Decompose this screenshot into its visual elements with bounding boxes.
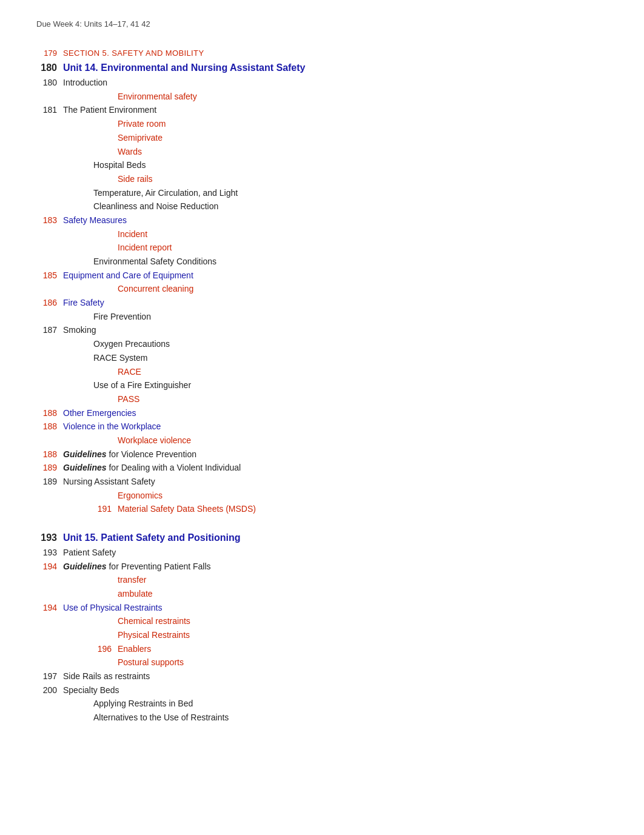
unit-15-page: 193 xyxy=(36,531,63,546)
wards-row: Wards xyxy=(36,146,608,159)
patient-safety-entry: Patient Safety xyxy=(63,546,116,560)
oxygen-row: Oxygen Precautions xyxy=(36,338,608,351)
section-page-num: 179 xyxy=(36,47,63,59)
fire-safety-entry: Fire Safety xyxy=(63,297,104,310)
environmental-safety-entry: Environmental safety xyxy=(118,90,197,104)
toc-section-14: 179 SECTION 5. SAFETY AND MOBILITY 180 U… xyxy=(36,47,608,516)
siderails-rest-entry: Side Rails as restraints xyxy=(63,670,150,683)
private-room-row: Private room xyxy=(36,118,608,131)
guidelines-violence-prev-row: 188 Guidelines for Violence Prevention xyxy=(36,448,608,461)
workplace-violence-entry: Workplace violence xyxy=(118,434,191,448)
gl-vp-entry: Guidelines for Violence Prevention xyxy=(63,448,196,461)
incident-report-row: Incident report xyxy=(36,241,608,255)
phys-rest2-entry: Physical Restraints xyxy=(118,629,190,642)
section-label: SECTION 5. SAFETY AND MOBILITY xyxy=(63,47,204,59)
side-rails-restraints-row: 197 Side Rails as restraints xyxy=(36,670,608,683)
fire-extinguisher-row: Use of a Fire Extinguisher xyxy=(36,379,608,392)
unit-14-title-row: 180 Unit 14. Environmental and Nursing A… xyxy=(36,61,608,76)
phys-rest-entry: Use of Physical Restraints xyxy=(63,602,162,615)
msds-entry: Material Safety Data Sheets (MSDS) xyxy=(118,503,256,516)
fire-prevention-row: Fire Prevention xyxy=(36,310,608,324)
safety-measures-entry: Safety Measures xyxy=(63,214,127,227)
unit-15-title: Unit 15. Patient Safety and Positioning xyxy=(63,531,240,546)
fire-ext-entry: Use of a Fire Extinguisher xyxy=(93,379,191,392)
cleanliness-row: Cleanliness and Noise Reduction xyxy=(36,200,608,213)
section-header-row: 179 SECTION 5. SAFETY AND MOBILITY xyxy=(36,47,608,59)
smoking-page: 187 xyxy=(36,324,63,337)
gl-falls-entry: Guidelines for Preventing Patient Falls xyxy=(63,560,211,574)
ambulate-entry: ambulate xyxy=(118,588,153,601)
ambulate-row: ambulate xyxy=(36,588,608,601)
equipment-entry: Equipment and Care of Equipment xyxy=(63,269,193,283)
introduction-entry: Introduction xyxy=(63,76,107,90)
alternatives-restraints-row: Alternatives to the Use of Restraints xyxy=(36,711,608,725)
equipment-row: 185 Equipment and Care of Equipment xyxy=(36,269,608,283)
physical-restraints-row: 194 Use of Physical Restraints xyxy=(36,602,608,615)
gl-vp-page: 188 xyxy=(36,448,63,461)
semiprivate-entry: Semiprivate xyxy=(118,132,163,145)
concurrent-entry: Concurrent cleaning xyxy=(118,283,193,296)
msds-row: 191 Material Safety Data Sheets (MSDS) xyxy=(36,503,608,516)
guidelines-violent-indiv-row: 189 Guidelines for Dealing with a Violen… xyxy=(36,461,608,475)
enablers-row: 196 Enablers xyxy=(36,643,608,656)
postural-row: Postural supports xyxy=(36,656,608,669)
ergonomics-entry: Ergonomics xyxy=(118,489,163,503)
private-room-entry: Private room xyxy=(118,118,166,131)
fire-safety-page: 186 xyxy=(36,297,63,310)
guidelines-falls-row: 194 Guidelines for Preventing Patient Fa… xyxy=(36,560,608,574)
ergonomics-row: Ergonomics xyxy=(36,489,608,503)
side-rails-row: Side rails xyxy=(36,173,608,186)
smoking-entry: Smoking xyxy=(63,324,96,337)
applying-restraints-row: Applying Restraints in Bed xyxy=(36,697,608,711)
toc-section-15: 193 Unit 15. Patient Safety and Position… xyxy=(36,531,608,725)
chem-rest-entry: Chemical restraints xyxy=(118,615,190,628)
postural-entry: Postural supports xyxy=(118,656,184,669)
smoking-row: 187 Smoking xyxy=(36,324,608,337)
na-safety-entry: Nursing Assistant Safety xyxy=(63,475,155,489)
env-safety-conditions-row: Environmental Safety Conditions xyxy=(36,255,608,269)
gl-vi-entry: Guidelines for Dealing with a Violent In… xyxy=(63,461,241,475)
specialty-beds-entry: Specialty Beds xyxy=(63,684,119,697)
wards-entry: Wards xyxy=(118,146,142,159)
oxygen-entry: Oxygen Precautions xyxy=(93,338,170,351)
other-emerg-entry: Other Emergencies xyxy=(63,407,136,420)
gl-falls-page: 194 xyxy=(36,560,63,574)
patient-env-page: 181 xyxy=(36,104,63,117)
alt-rest-entry: Alternatives to the Use of Restraints xyxy=(93,711,229,725)
safety-measures-row: 183 Safety Measures xyxy=(36,214,608,227)
race-entry: RACE xyxy=(118,366,141,379)
environmental-safety-row: Environmental safety xyxy=(36,90,608,104)
env-safety-conditions-entry: Environmental Safety Conditions xyxy=(93,255,216,269)
pass-entry: PASS xyxy=(118,393,139,406)
introduction-row: 180 Introduction xyxy=(36,76,608,90)
safety-measures-page: 183 xyxy=(36,214,63,227)
violence-wp-entry: Violence in the Workplace xyxy=(63,420,161,434)
violence-workplace-row: 188 Violence in the Workplace xyxy=(36,420,608,434)
incident-report-entry: Incident report xyxy=(118,241,172,255)
header-note: Due Week 4: Units 14–17, 41 42 xyxy=(36,18,608,30)
enablers-entry: Enablers xyxy=(118,643,151,656)
fire-prevention-entry: Fire Prevention xyxy=(93,310,151,324)
semiprivate-row: Semiprivate xyxy=(36,132,608,145)
hospital-beds-entry: Hospital Beds xyxy=(93,159,146,172)
hospital-beds-row: Hospital Beds xyxy=(36,159,608,172)
patient-safety-row: 193 Patient Safety xyxy=(36,546,608,560)
msds-page: 191 xyxy=(91,503,118,516)
patient-safety-page: 193 xyxy=(36,546,63,560)
enablers-page: 196 xyxy=(91,643,118,656)
unit-14-title: Unit 14. Environmental and Nursing Assis… xyxy=(63,61,306,76)
pass-row: PASS xyxy=(36,393,608,406)
transfer-entry: transfer xyxy=(118,574,146,587)
incident-entry: Incident xyxy=(118,228,147,241)
unit-14-page: 180 xyxy=(36,61,63,76)
gl-vi-page: 189 xyxy=(36,461,63,475)
temp-row: Temperature, Air Circulation, and Light xyxy=(36,187,608,200)
nursing-assist-safety-row: 189 Nursing Assistant Safety xyxy=(36,475,608,489)
chemical-restraints-row: Chemical restraints xyxy=(36,615,608,628)
concurrent-row: Concurrent cleaning xyxy=(36,283,608,296)
siderails-rest-page: 197 xyxy=(36,670,63,683)
unit-15-title-row: 193 Unit 15. Patient Safety and Position… xyxy=(36,531,608,546)
workplace-violence-row: Workplace violence xyxy=(36,434,608,448)
na-safety-page: 189 xyxy=(36,475,63,489)
side-rails-entry: Side rails xyxy=(118,173,153,186)
